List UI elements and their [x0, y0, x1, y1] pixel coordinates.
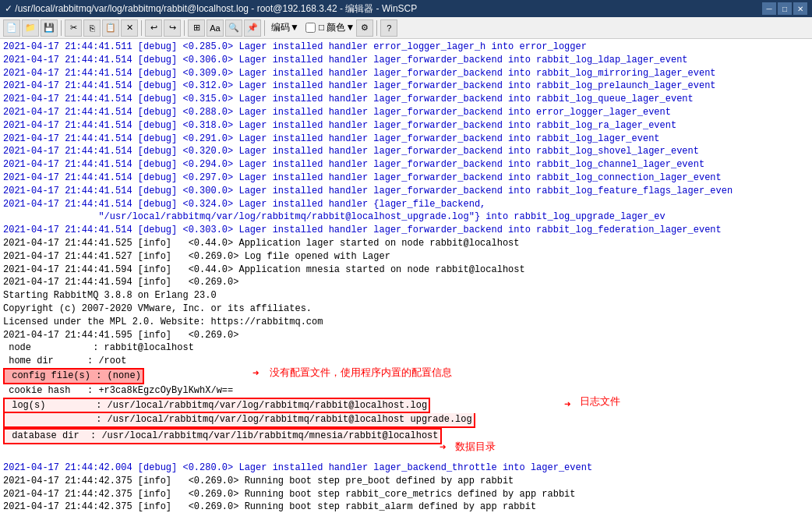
log-file-line: log(s) : /usr/local/rabbitmq/var/log/rab…	[3, 398, 809, 414]
log-line: 2021-04-17 21:44:41.514 [debug] <0.303.0…	[3, 224, 809, 237]
log-line: "/usr/local/rabbitmq/var/log/rabbitmq/ra…	[3, 210, 809, 224]
cut-button[interactable]: ✂	[65, 19, 82, 37]
separator-5	[376, 20, 377, 36]
data-dir-arrow: ➜	[440, 440, 446, 456]
minimize-button[interactable]: ─	[762, 2, 776, 15]
separator-2	[141, 20, 142, 36]
log-line: 2021-04-17 21:44:41.594 [info] <0.269.0>	[3, 276, 809, 289]
log-line: 2021-04-17 21:44:41.514 [debug] <0.300.0…	[3, 185, 809, 198]
delete-button[interactable]: ✕	[121, 19, 138, 37]
log-line: 2021-04-17 21:44:41.514 [debug] <0.288.0…	[3, 106, 809, 119]
log-line: 2021-04-17 21:44:41.525 [info] <0.44.0> …	[3, 237, 809, 250]
log-line: 2021-04-17 21:44:41.514 [debug] <0.324.0…	[3, 198, 809, 211]
log-line: 2021-04-17 21:44:41.595 [info] <0.269.0>	[3, 329, 809, 342]
settings-button[interactable]: ⚙	[356, 19, 373, 37]
log-line: Licensed under the MPL 2.0. Website: htt…	[3, 316, 809, 329]
title-bar: ✓ /usr/local/rabbitmq/var/log/rabbitmq/r…	[0, 0, 812, 17]
log-line: 2021-04-17 21:44:41.514 [debug] <0.291.0…	[3, 133, 809, 146]
close-button[interactable]: ✕	[793, 2, 807, 15]
log-line: 2021-04-17 21:44:41.514 [debug] <0.315.0…	[3, 93, 809, 106]
log-line: Starting RabbitMQ 3.8.8 on Erlang 23.0	[3, 289, 809, 302]
encoding-label[interactable]: 编码▼	[268, 21, 302, 34]
config-file-line: config file(s) : (none) ➜ 没有配置文件，使用程序内置的…	[3, 368, 809, 384]
title-bar-buttons: ─ □ ✕	[762, 2, 807, 15]
log-line: 2021-04-17 21:44:41.594 [info] <0.44.0> …	[3, 264, 809, 277]
maximize-button[interactable]: □	[778, 2, 792, 15]
log-line: cookie hash : +r3ca8kEgzcOyBylKwhX/w==	[3, 384, 809, 398]
redo-button[interactable]: ↪	[164, 19, 181, 37]
undo-button[interactable]: ↩	[145, 19, 162, 37]
no-config-annotation: 没有配置文件，使用程序内置的配置信息	[270, 366, 452, 380]
log-line: 2021-04-17 21:44:41.514 [debug] <0.318.0…	[3, 119, 809, 133]
separator-1	[61, 20, 62, 36]
log-line: 2021-04-17 21:44:41.514 [debug] <0.306.0…	[3, 54, 809, 67]
log-line: 2021-04-17 21:44:42.375 [info] <0.269.0>…	[3, 475, 809, 488]
bookmark-button[interactable]: 📌	[244, 19, 261, 37]
help-button[interactable]: ?	[380, 19, 397, 37]
open-button[interactable]: 📁	[22, 19, 39, 37]
color-checkbox-label: □ 颜色▼	[304, 21, 355, 34]
color-label: □ 颜色▼	[319, 21, 355, 34]
log-line: 2021-04-17 21:44:41.511 [debug] <0.285.0…	[3, 41, 809, 54]
log-content: 2021-04-17 21:44:41.511 [debug] <0.285.0…	[0, 39, 812, 520]
title-bar-text: ✓ /usr/local/rabbitmq/var/log/rabbitmq/r…	[5, 2, 762, 16]
log-container: 2021-04-17 21:44:41.511 [debug] <0.285.0…	[3, 41, 809, 514]
log-file-line-2: : /usr/local/rabbitmq/var/log/rabbitmq/r…	[3, 413, 809, 428]
log-line: 2021-04-17 21:44:42.004 [debug] <0.280.0…	[3, 462, 809, 475]
database-dir-line: database dir : /usr/local/rabbitmq/var/l…	[3, 428, 809, 444]
separator-3	[184, 20, 185, 36]
new-button[interactable]: 📄	[3, 19, 20, 37]
log-file-arrow: ➜	[564, 398, 570, 413]
copy-button[interactable]: ⎘	[83, 19, 101, 37]
data-dir-annotation: 数据目录	[455, 440, 496, 454]
log-line: 2021-04-17 21:44:42.375 [info] <0.269.0>…	[3, 501, 809, 514]
log-line: 2021-04-17 21:44:41.514 [debug] <0.309.0…	[3, 67, 809, 80]
log-line: 2021-04-17 21:44:42.375 [info] <0.269.0>…	[3, 488, 809, 501]
log-line: 2021-04-17 21:44:41.514 [debug] <0.297.0…	[3, 172, 809, 185]
separator-4	[264, 20, 265, 36]
log-line: node : rabbit@localhost	[3, 341, 809, 355]
log-file-annotation: 日志文件	[580, 394, 620, 409]
log-line: 2021-04-17 21:44:41.514 [debug] <0.312.0…	[3, 80, 809, 93]
abc-button[interactable]: Aa	[207, 19, 224, 37]
paste-button[interactable]: 📋	[102, 19, 119, 37]
log-line: 2021-04-17 21:44:41.514 [debug] <0.320.0…	[3, 145, 809, 158]
log-line: 2021-04-17 21:44:41.527 [info] <0.269.0>…	[3, 250, 809, 264]
save-button[interactable]: 💾	[41, 19, 58, 37]
log-line: 2021-04-17 21:44:41.514 [debug] <0.294.0…	[3, 158, 809, 172]
search-button[interactable]: 🔍	[225, 19, 242, 37]
log-line: Copyright (c) 2007-2020 VMware, Inc. or …	[3, 302, 809, 316]
color-checkbox[interactable]	[305, 23, 316, 33]
toolbar: 📄 📁 💾 ✂ ⎘ 📋 ✕ ↩ ↪ ⊞ Aa 🔍 📌 编码▼ □ 颜色▼ ⚙ ?	[0, 17, 812, 39]
grid-button[interactable]: ⊞	[188, 19, 205, 37]
